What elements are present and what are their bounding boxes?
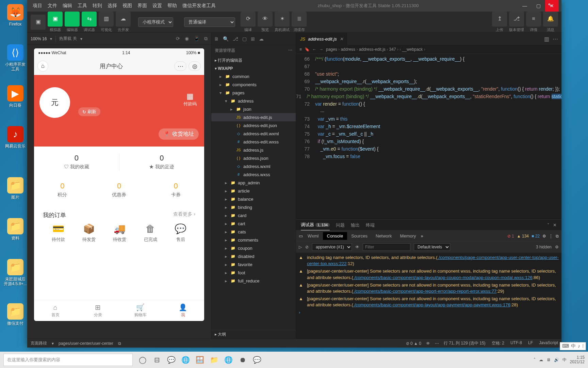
tool-上传[interactable]: ↥ xyxy=(492,12,507,27)
tool-云开发[interactable]: ☁ xyxy=(116,12,131,27)
file-cart[interactable]: ▸📁cart xyxy=(211,219,296,228)
encoding[interactable]: UTF-8 xyxy=(510,340,522,346)
order-售后[interactable]: 💬售后 xyxy=(175,223,186,243)
sim-icon[interactable]: ◉ xyxy=(185,36,189,42)
compile-select[interactable]: 普通编译 xyxy=(184,17,235,27)
file-binding[interactable]: ▸📁binding xyxy=(211,203,296,211)
eol[interactable]: LF xyxy=(528,340,533,346)
close-button[interactable]: ✕↖ xyxy=(545,0,559,12)
tray-icon[interactable]: ˄ xyxy=(534,357,536,362)
search-icon[interactable]: 🔍 xyxy=(223,36,229,42)
file-card[interactable]: ▸📁card xyxy=(211,211,296,219)
menu-工具[interactable]: 工具 xyxy=(75,3,90,8)
home-icon[interactable]: ⌂ xyxy=(37,61,48,72)
dbg-tab-输出[interactable]: 输出 xyxy=(351,220,360,230)
taskbar-app[interactable]: 💬 xyxy=(164,353,178,366)
menu-选择[interactable]: 选择 xyxy=(105,3,120,8)
tab-购物车[interactable]: 🛒购物车 xyxy=(119,300,162,321)
address-button[interactable]: 📍 收货地址 xyxy=(159,128,199,140)
play-icon[interactable]: ▷ xyxy=(299,245,302,249)
inspect-icon[interactable]: ▭ xyxy=(299,233,303,239)
minimize-button[interactable]: — xyxy=(518,0,532,12)
tab-首页[interactable]: ⌂首页 xyxy=(34,300,77,321)
warn-count[interactable]: ▲ 134 xyxy=(517,234,529,239)
breadcrumb-item[interactable]: address-edit.js xyxy=(359,47,386,52)
gear-icon[interactable]: ⚙ xyxy=(555,245,559,249)
devtab-Sources[interactable]: Sources xyxy=(347,232,372,240)
file-address-edit.js[interactable]: JSaddress-edit.js xyxy=(211,113,296,121)
tool-编辑器[interactable] xyxy=(65,12,80,27)
gear-icon[interactable]: ⚙ xyxy=(542,234,546,239)
breadcrumb-item[interactable]: pages xyxy=(326,47,337,52)
tool-预览[interactable]: 👁 xyxy=(258,12,273,27)
error-count[interactable]: ⊘ 1 xyxy=(507,234,514,239)
file-cats[interactable]: ▸📁cats xyxy=(211,228,296,236)
tab-分类[interactable]: ⊞分类 xyxy=(77,300,119,321)
more-icon[interactable]: ⋯ xyxy=(553,36,558,42)
file-app_admin[interactable]: ▸📁app_admin xyxy=(211,179,296,187)
open-editors[interactable]: ▸ 打开的编辑器 xyxy=(211,56,296,65)
file-json[interactable]: ▸📁json xyxy=(211,105,296,113)
tool-消息[interactable]: 🔔 xyxy=(543,12,558,27)
file-components[interactable]: ▸📁components xyxy=(211,80,296,89)
outline[interactable]: ▸ 大纲 xyxy=(211,330,296,339)
file-balance[interactable]: ▸📁balance xyxy=(211,195,296,203)
taskbar-app[interactable]: 🪟 xyxy=(193,353,207,366)
desktop-icon[interactable]: ⟨⟩小程序开发工具 xyxy=(3,44,27,72)
file-comments[interactable]: ▸📁comments xyxy=(211,236,296,244)
close-icon[interactable]: ✕ xyxy=(553,223,557,228)
menu-项目[interactable]: 项目 xyxy=(30,3,45,8)
dbg-tab-调试器[interactable]: 调试器 1, 134 xyxy=(301,220,330,230)
order-已完成[interactable]: 🗑已完成 xyxy=(144,223,157,243)
coin-stat[interactable]: 0积分 xyxy=(34,177,91,202)
language[interactable]: JavaScript xyxy=(539,340,558,346)
devtab-Network[interactable]: Network xyxy=(372,232,396,240)
status-errors[interactable]: ⊘ 0 ▲ 0 xyxy=(406,341,421,346)
menu-视图[interactable]: 视图 xyxy=(120,3,135,8)
page-path-label[interactable]: 页面路径 xyxy=(31,340,47,346)
eye-icon[interactable]: 👁 xyxy=(355,245,359,249)
console-output[interactable]: ▲including tag name selectors, ID select… xyxy=(296,252,561,339)
taskbar-app[interactable]: ◯ xyxy=(135,353,150,366)
breadcrumb-item[interactable]: __webpack xyxy=(402,47,423,52)
info-count[interactable]: ■ 22 xyxy=(532,234,540,239)
debug-icon[interactable]: ▢ xyxy=(242,36,247,42)
dbg-tab-终端[interactable]: 终端 xyxy=(366,220,375,230)
order-待收货[interactable]: 🚚待收货 xyxy=(113,223,126,243)
file-favorite[interactable]: ▸📁favorite xyxy=(211,260,296,269)
tool-真机调试[interactable]: ✶ xyxy=(275,12,290,27)
project-root[interactable]: ▾ WXAPP xyxy=(211,65,296,72)
menu-转到[interactable]: 转到 xyxy=(90,3,105,8)
file-address.json[interactable]: { }address.json xyxy=(211,154,296,162)
kebab-icon[interactable]: ⋮ xyxy=(549,234,553,239)
file-address-edit.wxss[interactable]: #address-edit.wxss xyxy=(211,138,296,146)
file-disabled[interactable]: ▸📁disabled xyxy=(211,252,296,260)
tray-icon[interactable]: 中 xyxy=(562,357,567,363)
bookmark-icon[interactable]: 🔖 xyxy=(305,47,310,52)
tray-icon[interactable]: ☁ xyxy=(539,357,543,362)
file-article[interactable]: ▸📁article xyxy=(211,187,296,195)
menu-设置[interactable]: 设置 xyxy=(150,3,165,8)
tool-调试器[interactable]: ⇆ xyxy=(82,12,97,27)
file-address-edit.json[interactable]: { }address-edit.json xyxy=(211,121,296,129)
close-tab-icon[interactable]: ✕ xyxy=(340,36,343,42)
sim-icon[interactable]: ⧉ xyxy=(204,36,208,42)
file-foot[interactable]: ▸📁foot xyxy=(211,269,296,277)
devtab-Memory[interactable]: Memory xyxy=(396,232,420,240)
desktop-icon[interactable]: ♪网易云音乐 xyxy=(3,126,27,149)
branch-icon[interactable]: ⎇ xyxy=(233,36,238,42)
maximize-button[interactable]: ▢ xyxy=(532,0,545,12)
taskbar-app[interactable]: 💬 xyxy=(250,353,264,366)
desktop-icon[interactable]: 📁图片 xyxy=(3,177,27,200)
menu-文件[interactable]: 文件 xyxy=(45,3,60,8)
files-icon[interactable]: 🗎 xyxy=(214,36,219,42)
desktop-icon[interactable]: ▶向日葵 xyxy=(3,85,27,108)
file-address.js[interactable]: JSaddress.js xyxy=(211,146,296,154)
tool-模拟器[interactable]: ▣ xyxy=(48,12,63,27)
sim-icon[interactable]: 📱 xyxy=(194,36,199,42)
menu-icon[interactable]: ⋯ xyxy=(174,61,186,71)
spaces[interactable]: 空格: 2 xyxy=(492,340,504,346)
order-待付款[interactable]: 💳待付款 xyxy=(52,223,65,243)
file-coupon[interactable]: ▸📁coupon xyxy=(211,244,296,252)
taskbar-app[interactable]: 🌐 xyxy=(221,353,235,366)
